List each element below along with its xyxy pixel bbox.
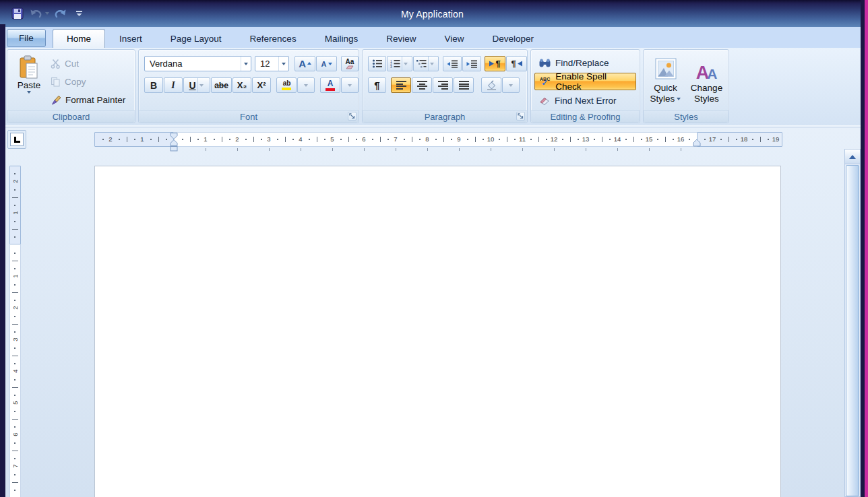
ribbon: Paste Cut Copy bbox=[5, 48, 861, 127]
cut-label: Cut bbox=[65, 59, 79, 69]
show-paragraph-marks-button[interactable]: ¶ bbox=[368, 77, 386, 93]
font-size-dropdown-icon[interactable] bbox=[278, 57, 288, 71]
scrollbar-thumb[interactable] bbox=[846, 165, 859, 496]
paste-icon bbox=[19, 55, 39, 79]
scroll-up-button[interactable] bbox=[845, 150, 860, 164]
paragraph-dialog-launcher-icon[interactable] bbox=[516, 112, 525, 121]
font-color-label: A bbox=[328, 79, 334, 88]
group-label-editing: Editing & Proofing bbox=[531, 110, 640, 123]
tab-file[interactable]: File bbox=[7, 29, 46, 47]
tab-review[interactable]: Review bbox=[372, 29, 430, 48]
enable-spell-check-label: Enable Spell Check bbox=[555, 71, 631, 92]
clear-formatting-button[interactable]: Aa bbox=[341, 56, 359, 71]
bullets-icon bbox=[372, 59, 383, 68]
first-line-and-hanging-indent-icon bbox=[169, 133, 179, 152]
document-page[interactable] bbox=[94, 166, 781, 497]
text-highlight-dropdown[interactable] bbox=[297, 77, 315, 93]
numbering-icon: 123 bbox=[390, 59, 400, 68]
tab-home[interactable]: Home bbox=[53, 29, 105, 48]
align-left-button[interactable] bbox=[391, 77, 411, 93]
font-color-bar bbox=[326, 88, 335, 91]
vruler-tick-layer: 211234567 bbox=[9, 166, 21, 497]
document-area: 2112345678910111213141516171819 21123456… bbox=[5, 128, 861, 497]
vertical-scrollbar[interactable] bbox=[844, 149, 861, 497]
align-right-icon bbox=[438, 81, 448, 90]
align-center-button[interactable] bbox=[412, 77, 432, 93]
decrease-indent-button[interactable] bbox=[443, 56, 462, 71]
tab-references[interactable]: References bbox=[236, 29, 311, 48]
format-painter-button[interactable]: Format Painter bbox=[48, 92, 128, 108]
text-highlight-button[interactable]: ab bbox=[276, 77, 297, 93]
shading-button[interactable] bbox=[481, 77, 501, 93]
justify-button[interactable] bbox=[454, 77, 474, 93]
find-next-error-button[interactable]: Find Next Error bbox=[534, 92, 636, 109]
tab-insert[interactable]: Insert bbox=[105, 29, 156, 48]
group-font: Verdana 12 A A bbox=[138, 49, 359, 123]
group-paragraph: 123 bbox=[362, 49, 528, 123]
bullets-button[interactable] bbox=[368, 56, 386, 71]
change-styles-button[interactable]: A A Change Styles bbox=[687, 55, 726, 110]
paste-button[interactable]: Paste bbox=[13, 54, 45, 110]
italic-button[interactable]: I bbox=[164, 77, 183, 93]
right-indent-icon bbox=[692, 139, 702, 147]
cut-button[interactable]: Cut bbox=[48, 55, 128, 72]
strikethrough-button[interactable]: abe bbox=[211, 77, 232, 93]
increase-indent-button[interactable] bbox=[462, 56, 481, 71]
justify-icon bbox=[459, 81, 469, 90]
multilevel-list-button[interactable] bbox=[413, 56, 439, 71]
left-tab-stop-icon bbox=[14, 137, 20, 143]
subscript-button[interactable]: X₂ bbox=[232, 77, 251, 93]
svg-text:3: 3 bbox=[390, 65, 392, 68]
clear-formatting-label: Aa bbox=[346, 59, 354, 65]
font-family-combobox[interactable]: Verdana bbox=[144, 56, 251, 71]
highlight-label: ab bbox=[283, 80, 291, 87]
font-size-value: 12 bbox=[255, 59, 278, 69]
shading-bucket-icon bbox=[486, 80, 497, 90]
shrink-font-button[interactable]: A bbox=[316, 56, 337, 71]
right-to-left-button[interactable]: ¶ bbox=[506, 56, 527, 71]
indent-markers[interactable] bbox=[169, 133, 179, 152]
tab-stop-selector-button[interactable] bbox=[7, 130, 26, 149]
align-right-button[interactable] bbox=[433, 77, 453, 93]
bold-button[interactable]: B bbox=[144, 77, 163, 93]
font-size-combobox[interactable]: 12 bbox=[255, 56, 289, 71]
horizontal-ruler[interactable]: 2112345678910111213141516171819 bbox=[94, 132, 782, 147]
format-painter-icon bbox=[51, 95, 61, 105]
find-next-error-label: Find Next Error bbox=[555, 96, 617, 106]
paste-dropdown-icon bbox=[27, 91, 31, 94]
format-painter-label: Format Painter bbox=[65, 95, 125, 105]
change-styles-aa-icon: A A bbox=[696, 55, 718, 83]
scroll-up-arrow-icon bbox=[849, 155, 856, 159]
numbering-dropdown-icon[interactable] bbox=[402, 57, 409, 71]
align-center-icon bbox=[417, 81, 427, 90]
left-to-right-button[interactable]: ¶ bbox=[485, 56, 505, 71]
underline-dropdown-icon[interactable] bbox=[197, 78, 205, 92]
find-replace-button[interactable]: Find/Replace bbox=[534, 54, 636, 71]
right-indent-marker[interactable] bbox=[692, 139, 702, 147]
font-family-dropdown-icon[interactable] bbox=[241, 57, 251, 71]
tab-developer[interactable]: Developer bbox=[478, 29, 548, 48]
quick-styles-picture-icon bbox=[655, 55, 677, 83]
find-next-error-icon bbox=[539, 96, 550, 105]
tab-page-layout[interactable]: Page Layout bbox=[156, 29, 236, 48]
copy-button[interactable]: Copy bbox=[48, 73, 128, 90]
font-color-button[interactable]: A bbox=[320, 77, 340, 93]
font-dialog-launcher-icon[interactable] bbox=[348, 112, 356, 121]
quick-styles-button[interactable]: Quick Styles bbox=[646, 55, 685, 110]
vertical-ruler[interactable]: 211234567 bbox=[9, 166, 21, 497]
shading-dropdown[interactable] bbox=[502, 77, 520, 93]
group-label-styles: Styles bbox=[644, 110, 728, 123]
spell-check-icon: ABC ✓ bbox=[539, 77, 551, 87]
ribbon-tab-row: File Home Insert Page Layout References … bbox=[5, 27, 861, 48]
font-color-dropdown[interactable] bbox=[341, 77, 359, 93]
window-title: My Application bbox=[0, 9, 865, 20]
superscript-button[interactable]: X² bbox=[252, 77, 271, 93]
multilevel-dropdown-icon[interactable] bbox=[428, 57, 435, 71]
tab-mailings[interactable]: Mailings bbox=[311, 29, 373, 48]
numbering-button[interactable]: 123 bbox=[387, 56, 412, 71]
grow-font-button[interactable]: A bbox=[294, 56, 315, 71]
enable-spell-check-button[interactable]: ABC ✓ Enable Spell Check bbox=[534, 73, 636, 90]
underline-button[interactable]: U bbox=[183, 77, 210, 93]
tab-view[interactable]: View bbox=[430, 29, 478, 48]
binoculars-icon bbox=[539, 59, 551, 67]
